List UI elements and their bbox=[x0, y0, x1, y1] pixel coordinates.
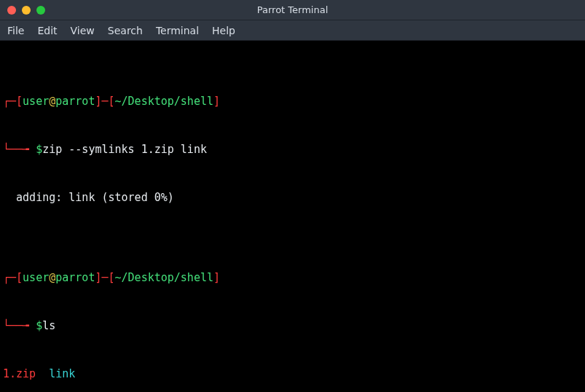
prompt-arrow: └──╼ bbox=[3, 319, 36, 332]
menu-terminal[interactable]: Terminal bbox=[156, 25, 199, 36]
terminal-body[interactable]: ┌─[user@parrot]─[~/Desktop/shell] └──╼ $… bbox=[0, 41, 585, 392]
prompt-line2: └──╼ $ls bbox=[3, 318, 582, 334]
prompt-bracket: ] bbox=[213, 95, 220, 108]
ls-sep bbox=[36, 367, 49, 380]
menu-help[interactable]: Help bbox=[212, 25, 235, 36]
prompt-bracket: ┌─[ bbox=[3, 95, 23, 108]
window-title: Parrot Terminal bbox=[0, 4, 585, 15]
prompt-at: @ bbox=[49, 95, 55, 108]
prompt-bracket: ] bbox=[213, 271, 220, 284]
prompt-bracket: ]─[ bbox=[95, 95, 114, 108]
prompt-arrow: └──╼ bbox=[3, 143, 36, 156]
prompt-line: ┌─[user@parrot]─[~/Desktop/shell] bbox=[3, 270, 582, 286]
output-text: adding: link (stored 0%) bbox=[3, 191, 174, 204]
prompt-user: user bbox=[23, 95, 49, 108]
command-text: zip --symlinks 1.zip link bbox=[42, 143, 207, 156]
prompt-host: parrot bbox=[55, 271, 95, 284]
command-text: ls bbox=[42, 319, 55, 332]
prompt-user: user bbox=[23, 271, 49, 284]
menu-search[interactable]: Search bbox=[108, 25, 143, 36]
prompt-at: @ bbox=[49, 271, 55, 284]
prompt-path: ~/Desktop/shell bbox=[115, 271, 213, 284]
minimize-icon[interactable] bbox=[22, 6, 31, 15]
titlebar[interactable]: Parrot Terminal bbox=[0, 0, 585, 20]
ls-output: 1.zip link bbox=[3, 366, 582, 382]
prompt-line: ┌─[user@parrot]─[~/Desktop/shell] bbox=[3, 93, 582, 109]
menubar: File Edit View Search Terminal Help bbox=[0, 20, 585, 41]
prompt-line2: └──╼ $zip --symlinks 1.zip link bbox=[3, 141, 582, 157]
prompt-dollar: $ bbox=[36, 319, 42, 332]
prompt-bracket: ]─[ bbox=[95, 271, 114, 284]
close-icon[interactable] bbox=[7, 6, 16, 15]
menu-file[interactable]: File bbox=[7, 25, 24, 36]
prompt-host: parrot bbox=[55, 95, 95, 108]
output-line: adding: link (stored 0%) bbox=[3, 189, 582, 205]
menu-view[interactable]: View bbox=[71, 25, 95, 36]
prompt-dollar: $ bbox=[36, 143, 42, 156]
prompt-bracket: ┌─[ bbox=[3, 271, 23, 284]
prompt-path: ~/Desktop/shell bbox=[115, 95, 213, 108]
terminal-window: Parrot Terminal File Edit View Search Te… bbox=[0, 0, 585, 392]
window-controls bbox=[0, 6, 45, 15]
ls-item-link: link bbox=[49, 367, 75, 380]
menu-edit[interactable]: Edit bbox=[37, 25, 57, 36]
maximize-icon[interactable] bbox=[36, 6, 45, 15]
ls-item-zip: 1.zip bbox=[3, 367, 36, 380]
